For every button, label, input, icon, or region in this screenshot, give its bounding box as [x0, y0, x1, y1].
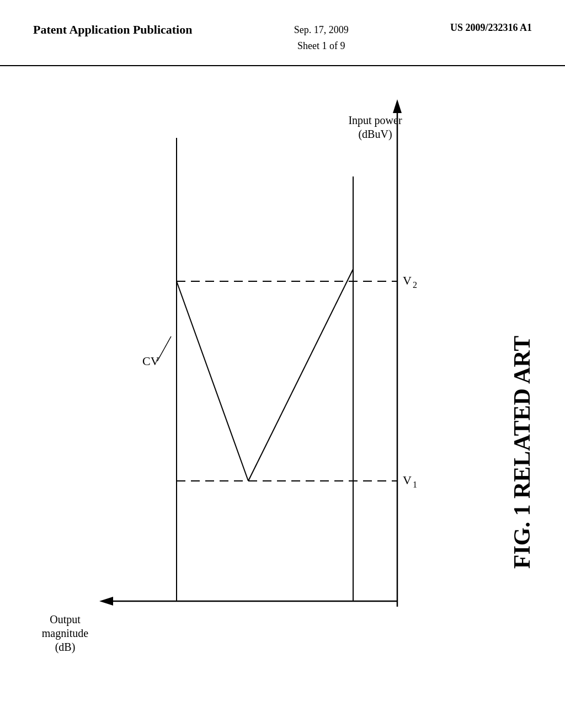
svg-text:(dBuV): (dBuV) [358, 128, 392, 141]
svg-text:magnitude: magnitude [42, 627, 89, 640]
publication-number: US 2009/232316 A1 [450, 22, 532, 34]
svg-marker-3 [99, 597, 113, 606]
svg-marker-1 [393, 99, 402, 113]
svg-line-11 [157, 336, 171, 361]
svg-text:Output: Output [50, 613, 81, 626]
publication-date-sheet: Sep. 17, 2009 Sheet 1 of 9 [294, 22, 349, 54]
publication-title: Patent Application Publication [33, 22, 192, 38]
svg-line-7 [248, 269, 353, 481]
svg-text:Input power: Input power [348, 114, 402, 127]
svg-text:1: 1 [413, 480, 417, 489]
publication-date: Sep. 17, 2009 [294, 24, 349, 35]
svg-text:V: V [403, 473, 412, 487]
svg-text:V: V [403, 274, 412, 287]
svg-text:2: 2 [413, 280, 417, 290]
sheet-number: Sheet 1 of 9 [297, 40, 345, 51]
main-content: CV V 2 V 1 Input power (dBuV) Output mag… [0, 66, 565, 728]
svg-text:FIG. 1 RELATED ART: FIG. 1 RELATED ART [509, 335, 535, 568]
svg-text:CV: CV [142, 354, 159, 368]
svg-line-6 [177, 281, 248, 481]
page-header: Patent Application Publication Sep. 17, … [0, 0, 565, 66]
svg-text:(dB): (dB) [55, 641, 76, 654]
